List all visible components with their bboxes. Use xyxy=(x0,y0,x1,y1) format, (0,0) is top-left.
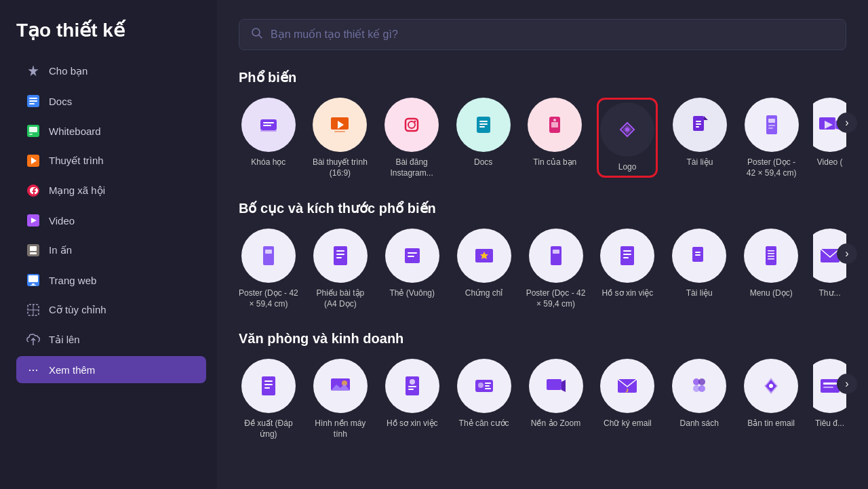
item-poster-doc[interactable]: Poster (Dọc - 42 × 59,4 cm) xyxy=(742,98,802,178)
sidebar-item-xem-them[interactable]: ··· Xem thêm xyxy=(16,356,206,383)
item-thu-partial[interactable]: Thư... xyxy=(813,229,846,299)
item-label-docs: Docs xyxy=(474,157,492,168)
item-label-ho-so-xin-viec-2: Hồ sơ xin việc xyxy=(387,418,438,429)
item-danh-sach[interactable]: Danh sách xyxy=(669,359,729,429)
item-video-partial[interactable]: Video ( xyxy=(813,98,846,168)
item-poster-doc-layout2[interactable]: Poster (Dọc - 42 × 59,4 cm) xyxy=(526,229,586,309)
item-label-menu-doc: Menu (Dọc) xyxy=(750,288,793,299)
item-ho-so-xin-viec-2[interactable]: Hồ sơ xin việc xyxy=(382,359,442,429)
svg-rect-85 xyxy=(264,387,270,389)
item-docs[interactable]: Docs xyxy=(454,98,513,168)
svg-rect-5 xyxy=(29,127,37,132)
item-the-vuong[interactable]: Thẻ (Vuông) xyxy=(382,229,442,299)
svg-rect-15 xyxy=(30,250,34,251)
custom-size-icon xyxy=(26,302,41,317)
svg-point-104 xyxy=(698,385,705,392)
sidebar-item-in-an[interactable]: In ấn xyxy=(16,237,206,264)
item-menu-doc[interactable]: Menu (Dọc) xyxy=(741,229,801,299)
sidebar-item-tai-len[interactable]: Tải lên xyxy=(16,326,206,353)
svg-point-94 xyxy=(478,383,484,388)
svg-rect-19 xyxy=(31,285,36,286)
item-circle-chung-chi xyxy=(457,229,511,283)
svg-rect-77 xyxy=(768,250,774,252)
sidebar-label-docs: Docs xyxy=(49,96,72,107)
item-circle-poster-doc-layout1 xyxy=(241,229,296,283)
search-input[interactable] xyxy=(271,28,835,41)
sidebar-label-whiteboard: Whiteboard xyxy=(49,125,101,137)
item-phieu-bai-tap[interactable]: Phiếu bài tập (A4 Dọc) xyxy=(311,229,370,309)
item-circle-chu-ky-email xyxy=(600,359,654,413)
sidebar-item-thuyet-trinh[interactable]: Thuyết trình xyxy=(16,147,206,174)
svg-rect-18 xyxy=(32,283,35,285)
item-circle-the-vuong xyxy=(385,229,439,283)
item-ho-so-xin-viec[interactable]: Hồ sơ xin việc xyxy=(597,229,657,299)
item-logo[interactable]: Logo xyxy=(597,98,658,178)
popular-next-arrow[interactable]: › xyxy=(837,113,857,133)
item-label-de-xuat: Đề xuất (Đáp ứng) xyxy=(239,418,298,439)
svg-rect-57 xyxy=(263,246,274,265)
item-chung-chi[interactable]: Chứng chỉ xyxy=(454,229,514,299)
item-circle-bai-thuyet-trinh xyxy=(313,98,367,152)
svg-point-107 xyxy=(769,384,773,388)
item-nen-ao-zoom[interactable]: Nền ảo Zoom xyxy=(526,359,586,429)
item-ban-tin-email[interactable]: Bản tin email xyxy=(741,359,801,429)
item-label-chu-ky-email: Chữ ký email xyxy=(604,418,652,429)
svg-rect-28 xyxy=(263,125,271,126)
svg-rect-3 xyxy=(29,103,35,104)
item-circle-tin-cua-ban xyxy=(528,98,582,152)
sidebar-item-docs[interactable]: Docs xyxy=(16,87,206,115)
svg-rect-32 xyxy=(334,131,345,132)
sidebar-item-mang-xa-hoi[interactable]: Mạng xã hội xyxy=(16,177,206,204)
item-tai-lieu[interactable]: Tài liệu xyxy=(670,98,730,168)
sidebar-item-whiteboard[interactable]: Whiteboard xyxy=(16,117,206,144)
item-tin-cua-ban[interactable]: Tin của bạn xyxy=(526,98,585,168)
item-circle-the-can-cuoc xyxy=(457,359,511,413)
layout-next-arrow[interactable]: › xyxy=(837,243,857,264)
svg-rect-62 xyxy=(336,257,342,258)
item-label-the-vuong: Thẻ (Vuông) xyxy=(389,288,435,299)
item-label-tin-cua-ban: Tin của bạn xyxy=(533,157,576,168)
layout-title: Bố cục và kích thước phổ biến xyxy=(239,200,846,216)
svg-rect-72 xyxy=(623,257,629,258)
sidebar-title: Tạo thiết kế xyxy=(16,19,206,41)
svg-rect-92 xyxy=(408,389,414,390)
svg-line-25 xyxy=(259,35,262,39)
item-bai-thuyet-trinh[interactable]: Bài thuyết trình (16:9) xyxy=(311,98,370,178)
item-label-bai-dang-instagram: Bài đăng Instagram... xyxy=(382,157,441,178)
upload-icon xyxy=(26,332,41,347)
svg-rect-6 xyxy=(29,134,33,135)
more-icon: ··· xyxy=(26,362,41,377)
office-next-arrow[interactable]: › xyxy=(837,374,857,394)
sidebar-item-video[interactable]: Video xyxy=(16,207,206,234)
search-bar[interactable] xyxy=(239,19,846,50)
svg-rect-49 xyxy=(696,126,699,128)
svg-rect-67 xyxy=(551,246,561,265)
sidebar-label-video: Video xyxy=(49,215,75,227)
svg-rect-61 xyxy=(336,254,344,255)
item-de-xuat[interactable]: Đề xuất (Đáp ứng) xyxy=(239,359,298,439)
item-poster-doc-layout1[interactable]: Poster (Dọc - 42 × 59,4 cm) xyxy=(239,229,298,309)
item-the-can-cuoc[interactable]: Thẻ căn cước xyxy=(454,359,514,429)
social-icon xyxy=(26,183,41,198)
svg-rect-109 xyxy=(823,383,837,385)
svg-rect-95 xyxy=(485,383,491,384)
svg-rect-78 xyxy=(768,253,774,254)
svg-point-102 xyxy=(698,378,705,385)
item-tieu-partial[interactable]: Tiêu đ... xyxy=(813,359,846,429)
item-tai-lieu-layout[interactable]: Tài liệu xyxy=(669,229,729,299)
item-label-tieu-partial: Tiêu đ... xyxy=(815,418,844,429)
item-hinh-nen[interactable]: Hình nền máy tính xyxy=(311,359,370,439)
svg-rect-51 xyxy=(768,119,775,123)
svg-rect-2 xyxy=(29,100,37,102)
item-khoa-hoc[interactable]: Khóa học xyxy=(239,98,298,168)
item-chu-ky-email[interactable]: Chữ ký email xyxy=(597,359,657,429)
sidebar-item-trang-web[interactable]: Trang web xyxy=(16,267,206,294)
svg-point-35 xyxy=(414,121,416,123)
sidebar-item-co-tuy-chinh[interactable]: Cỡ tùy chỉnh xyxy=(16,296,206,324)
item-label-nen-ao-zoom: Nền ảo Zoom xyxy=(531,418,580,429)
item-bai-dang-instagram[interactable]: Bài đăng Instagram... xyxy=(382,98,441,178)
item-circle-nen-ao-zoom xyxy=(529,359,583,413)
sidebar-item-cho-ban[interactable]: Cho bạn xyxy=(16,58,206,85)
svg-rect-64 xyxy=(408,252,417,254)
svg-rect-27 xyxy=(263,122,274,123)
